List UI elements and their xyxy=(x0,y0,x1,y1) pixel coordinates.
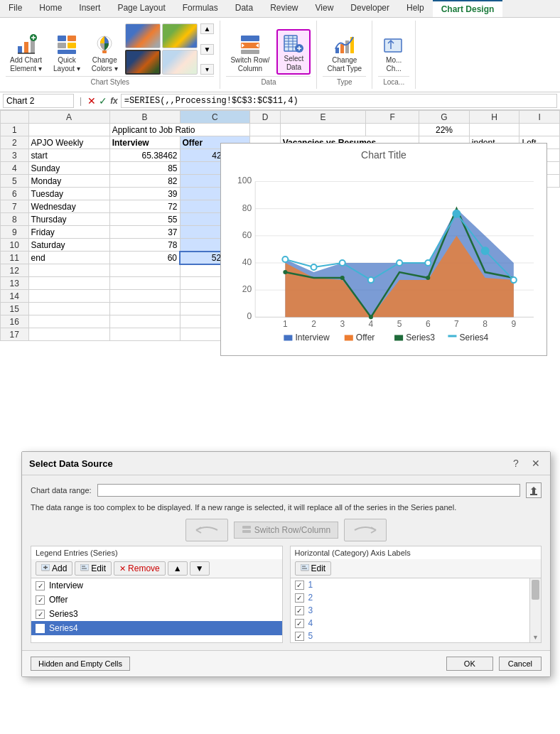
select-data-button[interactable]: SelectData xyxy=(276,29,311,75)
chart-styles-expand[interactable]: ▾ xyxy=(200,64,215,75)
series-offer-checkbox[interactable]: ✓ xyxy=(36,595,45,605)
series-series3-checkbox[interactable]: ✓ xyxy=(36,610,45,619)
ok-button[interactable]: OK xyxy=(446,657,493,671)
col-header-e[interactable]: E xyxy=(280,111,365,124)
remove-series-button[interactable]: ✕ Remove xyxy=(114,561,166,576)
quick-layout-button[interactable]: QuickLayout ▾ xyxy=(49,32,85,75)
cell-a10[interactable]: Saturday xyxy=(28,239,109,252)
edit-axis-labels-button[interactable]: Edit xyxy=(295,561,332,576)
change-chart-type-button[interactable]: ChangeChart Type xyxy=(323,32,366,75)
cell-b11[interactable]: 60 xyxy=(109,252,180,264)
tab-developer[interactable]: Developer xyxy=(342,0,398,17)
embedded-chart[interactable]: Chart Title 0 20 40 60 80 100 1 2 3 4 5 xyxy=(220,143,547,356)
chart-style-3[interactable] xyxy=(125,50,161,75)
move-series-down-button[interactable]: ▼ xyxy=(190,561,210,576)
switch-row-column-button[interactable]: Switch Row/Column xyxy=(226,32,274,75)
series-interview[interactable]: ✓ Interview xyxy=(31,578,282,593)
tab-chart-design[interactable]: Chart Design xyxy=(433,0,503,17)
switch-row-column-dialog-button[interactable]: Switch Row/Column xyxy=(234,522,338,539)
axis-label-1-checkbox[interactable]: ✓ xyxy=(295,581,304,590)
cell-d1[interactable] xyxy=(250,124,280,136)
cancel-formula-icon[interactable]: ✕ xyxy=(87,95,96,107)
dialog-close-button[interactable]: ✕ xyxy=(529,456,543,470)
cancel-button[interactable]: Cancel xyxy=(499,657,542,671)
cell-b4[interactable]: 85 xyxy=(109,162,180,175)
change-colors-button[interactable]: ChangeColors ▾ xyxy=(87,32,122,75)
cell-i1[interactable] xyxy=(519,124,560,136)
cell-b3[interactable]: 65.38462 xyxy=(109,149,180,162)
axis-label-2-checkbox[interactable]: ✓ xyxy=(295,593,304,603)
tab-page-layout[interactable]: Page Layout xyxy=(109,0,173,17)
axis-label-2[interactable]: ✓ 2 xyxy=(291,591,530,604)
tab-formulas[interactable]: Formulas xyxy=(174,0,227,17)
chart-style-2[interactable] xyxy=(162,23,198,48)
cell-a8[interactable]: Thursday xyxy=(28,213,109,226)
chart-styles-scroll-down[interactable]: ▼ xyxy=(200,44,215,55)
axis-label-4-checkbox[interactable]: ✓ xyxy=(295,619,304,628)
col-header-b[interactable]: B xyxy=(109,111,180,124)
col-header-d[interactable]: D xyxy=(250,111,280,124)
tab-data[interactable]: Data xyxy=(227,0,262,17)
cell-b7[interactable]: 72 xyxy=(109,200,180,213)
edit-series-button[interactable]: Edit xyxy=(75,561,112,576)
cell-b2[interactable]: Interview xyxy=(109,136,180,149)
axis-label-1[interactable]: ✓ 1 xyxy=(291,578,530,591)
move-series-up-button[interactable]: ▲ xyxy=(168,561,188,576)
cell-a7[interactable]: Wednesday xyxy=(28,200,109,213)
cell-b5[interactable]: 82 xyxy=(109,175,180,188)
series-series3[interactable]: ✓ Series3 xyxy=(31,607,282,621)
arrow-right-button[interactable] xyxy=(344,519,387,541)
axis-label-3[interactable]: ✓ 3 xyxy=(291,604,530,617)
tab-view[interactable]: View xyxy=(307,0,343,17)
series-interview-checkbox[interactable]: ✓ xyxy=(36,581,45,590)
insert-function-icon[interactable]: fx xyxy=(110,96,118,106)
tab-help[interactable]: Help xyxy=(398,0,433,17)
axis-label-4[interactable]: ✓ 4 xyxy=(291,617,530,630)
formula-input[interactable] xyxy=(121,94,557,108)
cell-e1[interactable] xyxy=(280,124,365,136)
axis-labels-scrollbar[interactable]: ▼ xyxy=(529,578,541,642)
col-header-c[interactable]: C xyxy=(180,111,250,124)
arrow-left-button[interactable] xyxy=(185,519,228,541)
cell-b10[interactable]: 78 xyxy=(109,239,180,252)
cell-b6[interactable]: 39 xyxy=(109,188,180,200)
cell-b1[interactable]: Applicant to Job Ratio xyxy=(109,124,250,136)
cell-g1[interactable]: 22% xyxy=(419,124,470,136)
series-series4[interactable]: ✓ Series4 xyxy=(31,621,282,635)
chart-styles-scroll-up[interactable]: ▲ xyxy=(200,23,215,34)
add-series-button[interactable]: Add xyxy=(36,561,72,576)
chart-data-range-input[interactable] xyxy=(97,484,520,497)
cell-a9[interactable]: Friday xyxy=(28,226,109,239)
cell-a6[interactable]: Tuesday xyxy=(28,188,109,200)
col-header-f[interactable]: F xyxy=(366,111,419,124)
col-header-a[interactable]: A xyxy=(28,111,109,124)
cell-b9[interactable]: 37 xyxy=(109,226,180,239)
cell-a1[interactable] xyxy=(28,124,109,136)
tab-home[interactable]: Home xyxy=(31,0,70,17)
col-header-h[interactable]: H xyxy=(469,111,519,124)
cell-a2[interactable]: APJO Weekly xyxy=(28,136,109,149)
move-chart-button[interactable]: Mo...Ch... xyxy=(378,32,409,75)
hidden-empty-cells-button[interactable]: Hidden and Empty Cells xyxy=(31,657,130,671)
chart-style-1[interactable] xyxy=(125,23,161,48)
cell-a3[interactable]: start xyxy=(28,149,109,162)
chart-style-4[interactable] xyxy=(162,50,198,75)
cell-h1[interactable] xyxy=(469,124,519,136)
confirm-formula-icon[interactable]: ✓ xyxy=(99,95,107,107)
add-chart-element-button[interactable]: Add ChartElement ▾ xyxy=(6,32,46,75)
tab-review[interactable]: Review xyxy=(262,0,306,17)
cell-a5[interactable]: Monday xyxy=(28,175,109,188)
series-series4-checkbox[interactable]: ✓ xyxy=(36,624,45,633)
series-offer[interactable]: ✓ Offer xyxy=(31,593,282,607)
tab-insert[interactable]: Insert xyxy=(70,0,109,17)
cell-a4[interactable]: Sunday xyxy=(28,162,109,175)
col-header-g[interactable]: G xyxy=(419,111,470,124)
col-header-i[interactable]: I xyxy=(519,111,560,124)
axis-label-5-checkbox[interactable]: ✓ xyxy=(295,632,304,641)
chart-data-range-upload-button[interactable] xyxy=(526,482,542,498)
name-box[interactable] xyxy=(3,94,74,108)
cell-f1[interactable] xyxy=(366,124,419,136)
axis-label-3-checkbox[interactable]: ✓ xyxy=(295,606,304,615)
dialog-help-button[interactable]: ? xyxy=(509,456,523,470)
axis-label-5[interactable]: ✓ 5 xyxy=(291,630,530,642)
